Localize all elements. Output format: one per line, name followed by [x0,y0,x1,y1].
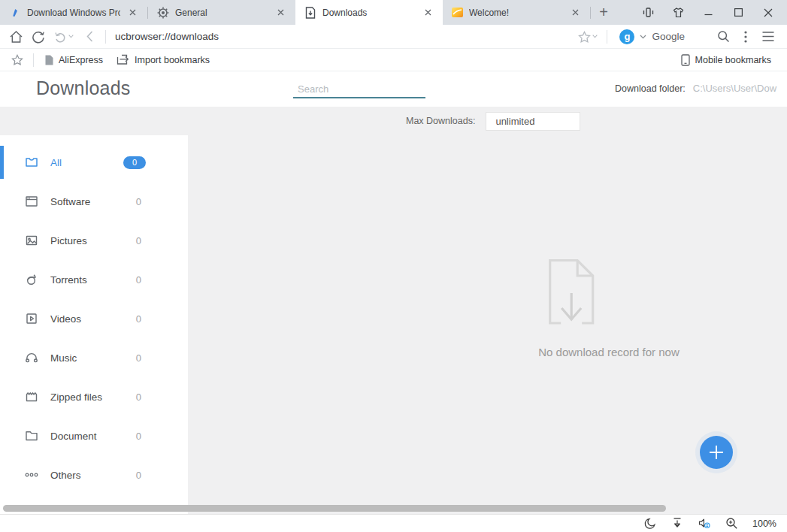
tab-title: Download Windows Prog [27,8,120,18]
item-count: 0 [136,196,141,207]
sidebar-item-zipped-files[interactable]: Zipped files 0 [0,377,188,416]
bookmark-star-icon[interactable] [574,26,602,47]
inbox-tray-icon [24,155,39,170]
bookmark-aliexpress[interactable]: AliExpress [38,49,110,71]
sidebar-item-label: Zipped files [50,391,136,403]
tab-general[interactable]: General [148,0,295,25]
kebab-menu-icon[interactable] [734,26,757,47]
downloads-search[interactable] [293,80,425,98]
mute-speaker-icon[interactable] [698,517,711,530]
import-bookmarks-button[interactable]: Import bookmarks [110,49,216,71]
search-input[interactable] [296,83,430,95]
empty-state: No download record for now [538,257,680,358]
close-tab-icon[interactable] [274,7,286,19]
acorn-icon [24,272,39,287]
minimize-button[interactable] [695,0,721,25]
item-count: 0 [136,431,141,442]
download-folder-path[interactable]: C:\Users\User\Dow [693,83,776,94]
home-icon[interactable] [5,26,27,47]
sidebar-item-label: Software [50,196,136,207]
ellipsis-circles-icon [24,467,39,482]
bookmark-label: AliExpress [59,55,103,65]
downloads-list-area: No download record for now [188,135,787,514]
zip-file-icon [24,389,39,404]
sidebar-item-label: Videos [50,313,136,325]
skin-shirt-icon[interactable] [665,0,691,25]
item-count: 0 [136,274,141,286]
item-count: 0 [136,391,141,403]
file-icon [45,55,53,65]
night-mode-moon-icon[interactable] [644,517,657,530]
sidebar-item-label: Music [50,352,136,364]
tab-welcome[interactable]: Welcome! [443,0,590,25]
hamburger-menu-icon[interactable] [757,26,779,47]
toolbar-separator [105,30,106,44]
category-sidebar: All 0 Software 0 Pictures 0 [0,135,188,514]
toolbar-separator [33,53,34,67]
url-field[interactable]: ucbrowser://downloads [110,31,574,42]
downloads-page-header: Downloads Download folder: C:\Users\User… [0,71,787,107]
sidebar-item-label: All [50,157,123,168]
sidebar-item-label: Others [50,470,136,481]
close-tab-icon[interactable] [126,7,138,19]
google-badge-icon: g [619,29,634,44]
max-downloads-band: Max Downloads: [0,107,787,135]
bookmarks-bar: AliExpress Import bookmarks Mobile bookm… [0,49,787,71]
downloads-content: All 0 Software 0 Pictures 0 [0,135,787,514]
sidebar-item-label: Pictures [50,235,136,246]
tab-bar: Download Windows Prog General [0,0,787,25]
mobile-bookmarks-button[interactable]: Mobile bookmarks [674,54,778,66]
play-video-icon [24,311,39,326]
sidebar-item-software[interactable]: Software 0 [0,182,188,221]
new-tab-button[interactable]: + [591,0,616,25]
download-page-icon [304,7,316,19]
tab-download-windows[interactable]: Download Windows Prog [0,0,147,25]
empty-download-file-icon [538,257,604,326]
max-downloads-label: Max Downloads: [406,116,475,126]
undo-icon[interactable] [50,26,78,47]
folder-icon [24,428,39,443]
sidebar-item-label: Document [50,431,136,442]
download-manager-icon[interactable] [671,517,683,530]
gear-icon [157,7,169,19]
page-title: Downloads [36,77,130,99]
zoom-in-magnifier-icon[interactable] [725,517,738,530]
sidebar-item-music[interactable]: Music 0 [0,338,188,377]
count-badge: 0 [123,156,146,169]
download-folder-label: Download folder: [615,83,686,94]
toolbar-separator [607,30,607,44]
download-folder: Download folder: C:\Users\User\Dow [615,83,787,94]
item-count: 0 [136,235,141,246]
favorites-star-icon[interactable] [6,50,29,71]
maximize-button[interactable] [725,0,751,25]
sidebar-item-document[interactable]: Document 0 [0,416,188,455]
back-chevron-icon[interactable] [78,26,101,47]
sidebar-item-torrents[interactable]: Torrents 0 [0,260,188,299]
add-download-button[interactable] [700,436,733,469]
sidebar-item-pictures[interactable]: Pictures 0 [0,221,188,260]
close-tab-icon[interactable] [569,7,581,19]
sidebar-item-all[interactable]: All 0 [0,143,188,182]
page-favicon [9,7,21,19]
sidebar-item-others[interactable]: Others 0 [0,455,188,494]
reload-icon[interactable] [27,26,50,47]
tab-downloads[interactable]: Downloads [295,0,443,25]
close-tab-icon[interactable] [422,7,434,19]
close-window-button[interactable] [755,0,781,25]
sidebar-item-videos[interactable]: Videos 0 [0,299,188,338]
window-controls [635,0,787,25]
zoom-level[interactable]: 100% [752,518,776,529]
import-icon [117,54,129,65]
uc-welcome-icon [452,8,463,17]
search-engine-selector[interactable]: g Google [612,29,712,44]
search-icon[interactable] [712,26,734,47]
horizontal-scrollbar[interactable] [3,505,666,512]
bookmark-label: Import bookmarks [135,55,210,65]
max-downloads-input[interactable] [486,112,580,131]
item-count: 0 [136,313,141,325]
address-bar: ucbrowser://downloads g Google [0,25,787,49]
empty-state-text: No download record for now [538,346,680,358]
sidebar-item-label: Torrents [50,274,136,286]
boss-key-icon[interactable] [635,0,661,25]
chevron-down-icon [640,35,646,39]
